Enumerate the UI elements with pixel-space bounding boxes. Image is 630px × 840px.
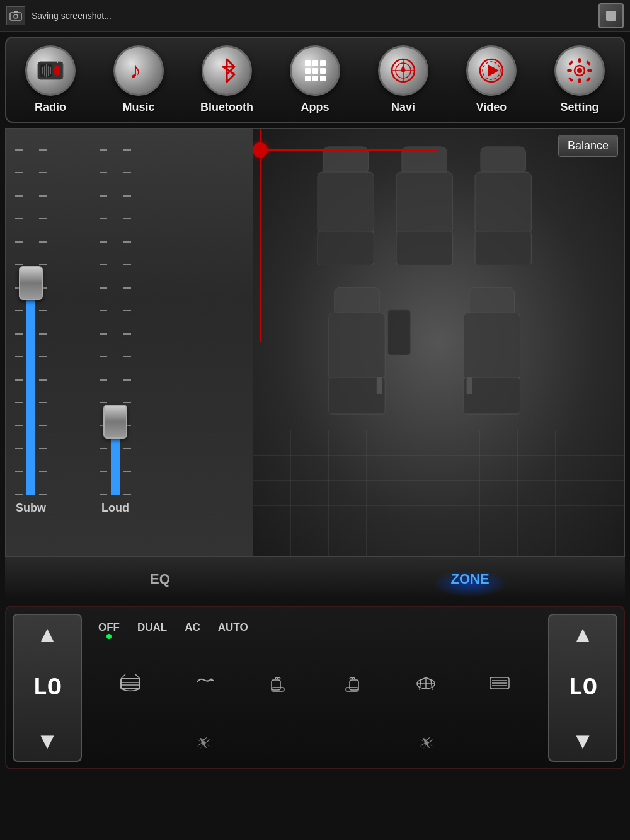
bluetooth-icon-circle — [202, 45, 252, 96]
svg-rect-58 — [329, 377, 385, 414]
svg-marker-13 — [223, 59, 234, 82]
svg-rect-41 — [586, 60, 591, 66]
climate-center: OFF DUAL AC AUTO — [87, 614, 543, 762]
nav-bluetooth[interactable]: Bluetooth — [192, 45, 261, 114]
svg-rect-0 — [10, 13, 21, 20]
subw-slider-wrapper: Subw — [15, 149, 47, 515]
navi-icon-circle — [378, 45, 428, 96]
svg-point-35 — [577, 68, 582, 73]
svg-rect-37 — [578, 78, 581, 83]
screenshot-icon — [6, 6, 25, 25]
tab-zone[interactable]: ZONE — [315, 557, 625, 601]
svg-rect-1 — [14, 11, 18, 13]
climate-top-row: OFF DUAL AC AUTO — [87, 614, 543, 642]
svg-rect-40 — [568, 60, 573, 66]
svg-rect-21 — [305, 76, 311, 81]
nav-navi[interactable]: Navi — [369, 45, 438, 114]
seat-heat-passenger-icon[interactable] — [341, 671, 364, 698]
crosshair-horizontal — [253, 149, 438, 151]
svg-rect-38 — [567, 69, 572, 72]
climate-fan-row — [87, 728, 543, 762]
stop-button[interactable] — [598, 3, 624, 28]
right-temp-control: ▲ LO ▼ — [548, 614, 617, 762]
loud-fill — [111, 432, 120, 495]
svg-point-29 — [401, 69, 405, 72]
svg-rect-59 — [464, 377, 520, 414]
defrost-front-icon[interactable] — [119, 671, 142, 698]
apps-label: Apps — [301, 101, 329, 114]
svg-rect-55 — [469, 287, 514, 316]
svg-rect-22 — [312, 76, 318, 81]
right-temp-display: LO — [568, 674, 597, 701]
setting-icon-circle — [554, 45, 605, 96]
right-temp-down[interactable]: ▼ — [571, 728, 594, 754]
loud-slider-wrapper: Loud — [100, 149, 131, 515]
svg-line-66 — [121, 674, 125, 679]
rear-defrost-icon[interactable] — [488, 671, 511, 698]
left-temp-control: ▲ LO ▼ — [13, 614, 82, 762]
balance-button[interactable]: Balance — [558, 135, 618, 157]
crosshair-dot — [253, 142, 268, 158]
svg-rect-15 — [305, 60, 311, 66]
climate-dual-btn[interactable]: DUAL — [132, 619, 172, 636]
crosshair-vertical — [260, 129, 261, 342]
main-content: Balance — [5, 128, 625, 556]
svg-rect-23 — [320, 76, 326, 81]
nav-video[interactable]: Video — [457, 45, 526, 114]
svg-rect-43 — [586, 77, 591, 82]
music-icon-circle: ♪ — [113, 45, 164, 96]
left-temp-down[interactable]: ▼ — [36, 728, 59, 754]
loud-thumb[interactable] — [103, 405, 127, 439]
subw-track[interactable] — [15, 149, 47, 495]
status-bar: Saving screenshot... — [0, 0, 630, 32]
music-label: Music — [122, 101, 154, 114]
saving-text: Saving screenshot... — [32, 11, 598, 21]
climate-off-btn[interactable]: OFF — [93, 619, 125, 636]
svg-marker-32 — [488, 64, 499, 77]
bluetooth-label: Bluetooth — [200, 101, 253, 114]
svg-rect-50 — [475, 172, 531, 234]
fan-right-icon[interactable] — [416, 733, 437, 757]
balance-crosshair[interactable] — [253, 129, 438, 342]
svg-rect-57 — [464, 313, 520, 380]
svg-text:♪: ♪ — [130, 58, 141, 83]
climate-icons-row — [87, 647, 543, 723]
climate-ac-btn[interactable]: AC — [180, 619, 205, 636]
svg-rect-62 — [377, 377, 382, 394]
svg-rect-70 — [272, 688, 284, 691]
subw-label: Subw — [16, 502, 46, 515]
climate-bar: ▲ LO ▼ OFF DUAL AC AUTO — [5, 606, 625, 769]
subw-thumb[interactable] — [19, 266, 43, 300]
svg-rect-53 — [475, 231, 531, 265]
seat-heat-driver-icon[interactable] — [266, 671, 289, 698]
video-label: Video — [476, 101, 507, 114]
nav-radio[interactable]: Radio — [16, 45, 85, 114]
navi-label: Navi — [391, 101, 415, 114]
nav-bar: Radio ♪ Music Bluetooth — [5, 37, 625, 123]
nav-setting[interactable]: Setting — [545, 45, 614, 114]
radio-label: Radio — [35, 101, 66, 114]
setting-label: Setting — [561, 101, 599, 114]
subw-fill — [26, 294, 35, 495]
tab-eq[interactable]: EQ — [5, 557, 315, 601]
svg-rect-63 — [121, 679, 140, 689]
nav-music[interactable]: ♪ Music — [104, 45, 173, 114]
climate-auto-btn[interactable]: AUTO — [213, 619, 253, 636]
svg-rect-72 — [346, 688, 358, 691]
nav-apps[interactable]: Apps — [280, 45, 350, 114]
left-temp-up[interactable]: ▲ — [36, 621, 59, 648]
fan-left-icon[interactable] — [193, 733, 214, 757]
radio-icon-circle — [25, 45, 76, 96]
left-temp-display: LO — [33, 674, 62, 701]
svg-rect-20 — [320, 68, 326, 74]
svg-rect-16 — [312, 60, 318, 66]
vent-icon[interactable] — [415, 671, 437, 698]
loud-track[interactable] — [100, 149, 131, 495]
eq-sliders-area: Subw — [15, 138, 198, 515]
svg-rect-17 — [320, 60, 326, 66]
svg-line-14 — [227, 59, 234, 67]
car-area[interactable] — [253, 129, 624, 556]
right-temp-up[interactable]: ▲ — [571, 621, 594, 648]
bottom-tabs: EQ ZONE — [5, 556, 625, 601]
air-direction-icon[interactable] — [193, 671, 215, 698]
